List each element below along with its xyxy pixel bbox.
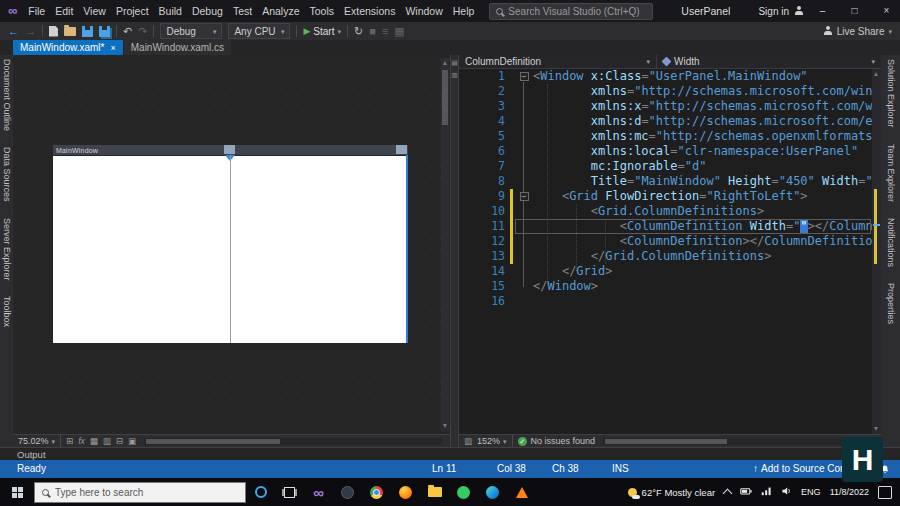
menu-build[interactable]: Build — [154, 0, 187, 22]
stop-icon[interactable]: ■ — [369, 23, 376, 39]
effects-icon[interactable]: fx — [78, 436, 85, 446]
code-line-4[interactable]: 4 xmlns:d="http://schemas.microsoft.com/… — [459, 114, 881, 129]
code-line-11[interactable]: 11 <ColumnDefinition Width=""></ColumnDe… — [459, 219, 881, 234]
status-column-number[interactable]: Col 38 — [497, 460, 526, 478]
menu-debug[interactable]: Debug — [187, 0, 228, 22]
obs-taskbar-button[interactable] — [333, 478, 362, 506]
status-line-number[interactable]: Ln 11 — [432, 460, 456, 478]
panel-tab-data-sources[interactable]: Data Sources — [2, 147, 12, 202]
redo-icon[interactable]: ↷ — [138, 23, 147, 39]
save-icon[interactable] — [82, 26, 93, 37]
search-box[interactable]: Search Visual Studio (Ctrl+Q) — [489, 3, 653, 20]
menu-tools[interactable]: Tools — [305, 0, 340, 22]
solution-explorer-toolbar-icon[interactable]: ▦ — [394, 23, 404, 39]
solution-platform-dropdown[interactable]: Any CPU▾ — [228, 23, 290, 39]
output-panel[interactable]: Output — [0, 447, 900, 460]
menu-extensions[interactable]: Extensions — [339, 0, 400, 22]
scrollbar-thumb[interactable] — [442, 70, 448, 125]
status-insert-mode[interactable]: INS — [612, 460, 629, 478]
close-button[interactable]: × — [873, 0, 900, 22]
sign-in-button[interactable]: Sign in — [758, 6, 789, 17]
taskbar-search-box[interactable]: Type here to search — [34, 482, 246, 503]
code-line-6[interactable]: 6 xmlns:local="clr-namespace:UserPanel" — [459, 144, 881, 159]
code-line-2[interactable]: 2 xmlns="http://schemas.microsoft.com/wi… — [459, 84, 881, 99]
task-view-button[interactable] — [275, 478, 304, 506]
menu-view[interactable]: View — [78, 0, 111, 22]
panel-tab-notifications[interactable]: Notifications — [886, 218, 896, 267]
zoom-to-fit-icon[interactable]: ⊞ — [66, 436, 73, 446]
save-all-icon[interactable] — [99, 26, 110, 37]
show-annotations-icon[interactable]: ▣ — [128, 436, 136, 446]
panel-tab-server-explorer[interactable]: Server Explorer — [2, 218, 12, 281]
fold-margin[interactable]: − — [515, 189, 533, 204]
menu-window[interactable]: Window — [400, 0, 447, 22]
tab-close-icon[interactable]: × — [110, 43, 115, 53]
maximize-button[interactable]: □ — [841, 0, 868, 22]
network-icon[interactable] — [761, 486, 772, 498]
panel-tab-properties[interactable]: Properties — [886, 283, 896, 324]
fold-collapse-icon[interactable]: − — [520, 192, 529, 201]
hot-reload-icon[interactable]: ↻ — [354, 23, 363, 39]
show-grid-icon[interactable]: ▦ — [90, 436, 98, 446]
volume-icon[interactable] — [781, 486, 792, 498]
code-line-1[interactable]: 1−<Window x:Class="UserPanel.MainWindow" — [459, 69, 881, 84]
breadcrumb-element-dropdown[interactable]: ColumnDefinition ▾ — [459, 55, 657, 68]
code-line-3[interactable]: 3 xmlns:x="http://schemas.microsoft.com/… — [459, 99, 881, 114]
code-line-16[interactable]: 16 — [459, 294, 881, 309]
editor-zoom-select[interactable]: 152%▾ — [477, 436, 507, 446]
fold-margin[interactable]: − — [515, 69, 533, 84]
tab-mainwindow-xaml[interactable]: MainWindow.xaml*× — [13, 40, 123, 55]
find-in-files-icon[interactable]: ≡ — [382, 23, 388, 39]
action-center-icon[interactable] — [878, 486, 892, 499]
panel-tab-solution-explorer[interactable]: Solution Explorer — [886, 59, 896, 128]
navigate-back-icon[interactable]: ← — [8, 23, 19, 39]
firefox-taskbar-button[interactable] — [391, 478, 420, 506]
xaml-designer-pane[interactable]: MainWindow 75.02%▾ ⊞ fx ▦ ▥ ⊟ ▣ — [13, 55, 450, 447]
menu-analyze[interactable]: Analyze — [257, 0, 304, 22]
design-artboard[interactable]: MainWindow — [53, 145, 408, 343]
split-editor-icon[interactable]: ▥ — [464, 436, 472, 446]
scrollbar-thumb[interactable] — [146, 439, 280, 444]
breadcrumb-property-dropdown[interactable]: Width ▾ — [657, 55, 881, 68]
column-adorner[interactable] — [396, 145, 407, 154]
file-explorer-taskbar-button[interactable] — [420, 478, 449, 506]
clock-date[interactable]: 11/8/2022 — [830, 487, 869, 497]
battery-icon[interactable] — [740, 486, 752, 498]
undo-icon[interactable]: ↶ — [123, 23, 132, 39]
code-line-14[interactable]: 14 </Grid> — [459, 264, 881, 279]
grid-column-divider[interactable] — [230, 155, 231, 343]
designer-horizontal-scrollbar[interactable] — [144, 438, 442, 445]
code-line-8[interactable]: 8 Title="MainWindow" Height="450" Width=… — [459, 174, 881, 189]
column-adorner[interactable] — [224, 145, 235, 154]
code-editor-pane[interactable]: ColumnDefinition ▾ Width ▾ 1−<Window x:C… — [459, 55, 881, 447]
snap-to-snaplines-icon[interactable]: ⊟ — [116, 436, 123, 446]
whatsapp-taskbar-button[interactable] — [449, 478, 478, 506]
code-line-10[interactable]: 10 <Grid.ColumnDefinitions> — [459, 204, 881, 219]
open-file-icon[interactable] — [64, 27, 76, 36]
designer-code-splitter[interactable]: ▤ ▥ — [450, 55, 459, 447]
navigate-forward-icon[interactable]: → — [25, 23, 36, 39]
code-line-13[interactable]: 13 </Grid.ColumnDefinitions> — [459, 249, 881, 264]
hidden-icons-chevron[interactable] — [723, 489, 733, 499]
minimize-button[interactable]: – — [809, 0, 836, 22]
menu-test[interactable]: Test — [228, 0, 257, 22]
editor-vertical-scrollbar[interactable] — [872, 69, 881, 434]
code-line-5[interactable]: 5 xmlns:mc="http://schemas.openxmlformat… — [459, 129, 881, 144]
split-orientation-icon[interactable]: ▥ — [451, 71, 458, 79]
menu-edit[interactable]: Edit — [50, 0, 78, 22]
designer-vertical-scrollbar[interactable] — [441, 58, 449, 431]
panel-tab-team-explorer[interactable]: Team Explorer — [886, 144, 896, 202]
scrollbar-thumb[interactable] — [605, 439, 726, 444]
solution-configuration-dropdown[interactable]: Debug▾ — [160, 23, 222, 39]
status-character-number[interactable]: Ch 38 — [552, 460, 579, 478]
vlc-taskbar-button[interactable] — [507, 478, 536, 506]
code-line-7[interactable]: 7 mc:Ignorable="d" — [459, 159, 881, 174]
chrome-taskbar-button[interactable] — [362, 478, 391, 506]
panel-tab-toolbox[interactable]: Toolbox — [2, 296, 12, 327]
code-line-9[interactable]: 9− <Grid FlowDirection="RightToLeft"> — [459, 189, 881, 204]
menu-file[interactable]: File — [23, 0, 50, 22]
edge-taskbar-button[interactable] — [478, 478, 507, 506]
editor-horizontal-scrollbar[interactable] — [603, 438, 873, 445]
weather-widget[interactable]: 62°F Mostly clear — [628, 487, 716, 498]
swap-panes-icon[interactable]: ▤ — [451, 59, 458, 67]
